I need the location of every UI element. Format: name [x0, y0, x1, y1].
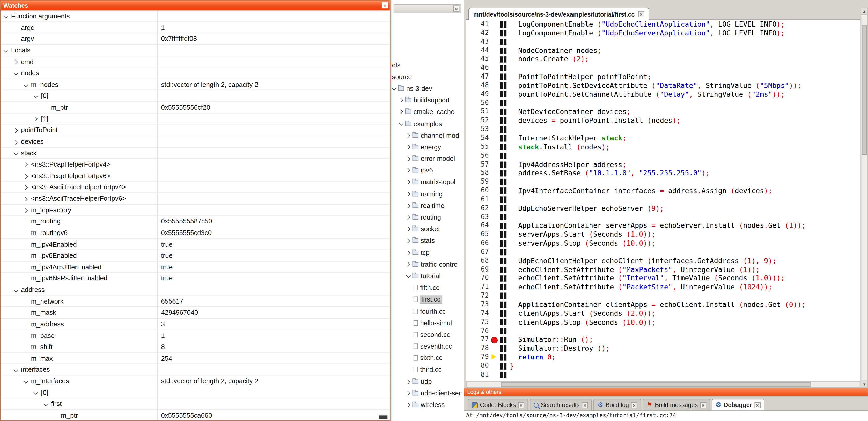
code-line[interactable]: 65 serverApps.Start (Seconds (1.0)); — [466, 230, 860, 239]
watch-row[interactable]: <ns3::AsciiTraceHelperForIpv6> — [1, 193, 390, 204]
projects-panel-header[interactable] — [394, 4, 461, 13]
editor-tab[interactable]: mnt/dev/tools/source/ns-3-dev/examples/t… — [468, 8, 649, 20]
watch-row[interactable]: first — [1, 398, 390, 410]
expander-icon[interactable] — [399, 121, 403, 126]
watch-row[interactable]: Function arguments — [1, 10, 390, 22]
code-line[interactable]: 48 pointToPoint.SetDeviceAttribute ("Dat… — [466, 81, 860, 90]
code-line[interactable]: 72 — [466, 292, 860, 300]
expander-icon[interactable] — [406, 168, 410, 173]
close-icon[interactable] — [454, 5, 460, 12]
expander-icon[interactable] — [13, 128, 18, 133]
watch-row[interactable]: m_mask4294967040 — [1, 307, 390, 319]
code-line[interactable]: 64 ApplicationContainer serverApps = ech… — [466, 221, 860, 230]
close-icon[interactable] — [582, 402, 588, 408]
tree-item[interactable]: channel-mod — [391, 130, 464, 141]
expander-icon[interactable] — [406, 180, 410, 185]
tree-item[interactable]: first.cc — [391, 293, 464, 305]
expander-icon[interactable] — [406, 391, 410, 395]
code-line[interactable]: 58 address.SetBase ("10.1.1.0", "255.255… — [466, 169, 860, 177]
log-tab-build-log[interactable]: Build log — [593, 399, 641, 411]
code-line[interactable]: 41 LogComponentEnable ("UdpEchoClientApp… — [466, 20, 860, 29]
tree-item[interactable]: hello-simul — [391, 317, 464, 329]
tree-item[interactable]: routing — [391, 212, 464, 223]
tree-item[interactable]: traffic-contro — [391, 258, 464, 270]
log-tab-build-messages[interactable]: Build messages — [643, 399, 710, 411]
code-line[interactable]: 49 pointToPoint.SetChannelAttribute ("De… — [466, 90, 860, 99]
tree-item[interactable]: fourth.cc — [391, 305, 464, 317]
tree-item[interactable]: udp-client-ser — [391, 387, 464, 399]
watch-row[interactable]: [0] — [1, 387, 390, 398]
watch-row[interactable]: m_routing0x555555587c50 — [1, 216, 390, 227]
code-editor[interactable]: 41 LogComponentEnable ("UdpEchoClientApp… — [466, 20, 860, 381]
tree-item[interactable]: seventh.cc — [391, 341, 464, 352]
expander-icon[interactable] — [406, 192, 410, 196]
code-line[interactable]: 68 UdpEchoClientHelper echoClient (inter… — [466, 257, 860, 265]
log-tab-code-blocks[interactable]: Code::Blocks — [468, 399, 528, 411]
code-line[interactable]: 79 return 0; — [466, 353, 860, 362]
watch-row[interactable]: [0] — [1, 90, 390, 102]
code-line[interactable]: 47 PointToPointHelper pointToPoint; — [466, 72, 860, 81]
watch-row[interactable]: argc1 — [1, 22, 390, 33]
code-line[interactable]: 44 NodeContainer nodes; — [466, 46, 860, 55]
tree-item[interactable]: buildsupport — [391, 94, 464, 106]
expander-icon[interactable] — [13, 140, 18, 144]
expander-icon[interactable] — [4, 14, 8, 19]
code-line[interactable]: 62 UdpEchoServerHelper echoServer (9); — [466, 204, 860, 213]
watch-row[interactable]: Locals — [1, 45, 390, 56]
tree-item[interactable]: ns-3-dev — [391, 83, 464, 94]
code-line[interactable]: 80} — [466, 362, 860, 370]
watch-row[interactable]: m_address3 — [1, 319, 390, 330]
expander-icon[interactable] — [43, 401, 48, 406]
editor-vertical-scrollbar[interactable] — [861, 8, 868, 388]
expander-icon[interactable] — [13, 367, 18, 372]
scrollbar-thumb[interactable] — [501, 382, 811, 387]
tree-item[interactable]: stats — [391, 235, 464, 247]
tree-item[interactable]: fifth.cc — [391, 282, 464, 293]
code-line[interactable]: 69 echoClient.SetAttribute ("MaxPackets"… — [466, 265, 860, 274]
code-line[interactable]: 52 devices = pointToPoint.Install (nodes… — [466, 117, 860, 125]
code-line[interactable]: 42 LogComponentEnable ("UdpEchoServerApp… — [466, 29, 860, 37]
expander-icon[interactable] — [24, 82, 28, 87]
expander-icon[interactable] — [406, 379, 410, 384]
breakpoint-icon[interactable] — [490, 335, 499, 344]
expander-icon[interactable] — [23, 174, 28, 179]
watches-resize-grip[interactable] — [379, 415, 388, 419]
code-line[interactable]: 53 — [466, 125, 860, 134]
tree-item[interactable]: realtime — [391, 200, 464, 212]
watch-row[interactable]: m_ipv6NsRsJitterEnabledtrue — [1, 273, 390, 284]
watch-row[interactable]: devices — [1, 136, 390, 148]
expander-icon[interactable] — [399, 110, 403, 114]
tree-item[interactable]: error-model — [391, 153, 464, 164]
watch-row[interactable]: m_base1 — [1, 330, 390, 342]
code-line[interactable]: 76 — [466, 327, 860, 335]
expander-icon[interactable] — [399, 98, 403, 102]
tree-item[interactable]: tcp — [391, 247, 464, 258]
scroll-down-arrow-icon[interactable] — [861, 381, 867, 387]
tree-item[interactable]: third.cc — [391, 364, 464, 376]
watch-row[interactable]: m_ptr0x5555555ca660 — [1, 410, 390, 420]
code-line[interactable]: 74 clientApps.Start (Seconds (2.0)); — [466, 309, 860, 318]
editor-horizontal-scrollbar[interactable] — [466, 381, 860, 388]
watch-row[interactable]: argv0x7fffffffdf08 — [1, 33, 390, 45]
tree-item[interactable]: matrix-topol — [391, 176, 464, 188]
watch-row[interactable]: address — [1, 284, 390, 296]
watch-row[interactable]: m_ipv6Enabledtrue — [1, 250, 390, 261]
log-tab-search-results[interactable]: Search results — [530, 399, 592, 411]
expander-icon[interactable] — [13, 151, 18, 155]
watch-row[interactable]: m_ipv4Enabledtrue — [1, 239, 390, 250]
code-line[interactable]: 46 — [466, 64, 860, 72]
expander-icon[interactable] — [13, 288, 18, 292]
watch-row[interactable]: stack — [1, 148, 390, 159]
watch-row[interactable]: m_ipv4ArpJitterEnabledtrue — [1, 261, 390, 273]
tree-item[interactable]: source — [391, 71, 464, 83]
code-line[interactable]: 45 nodes.Create (2); — [466, 55, 860, 64]
watch-row[interactable]: m_shift8 — [1, 342, 390, 353]
expander-icon[interactable] — [406, 215, 410, 220]
watch-row[interactable]: m_routingv60x5555555cd3c0 — [1, 227, 390, 239]
watch-row[interactable]: m_ptr0x55555556cf20 — [1, 102, 390, 113]
expander-icon[interactable] — [23, 197, 28, 201]
expander-icon[interactable] — [406, 227, 410, 231]
watch-row[interactable]: m_max254 — [1, 353, 390, 364]
log-tab-debugger[interactable]: Debugger — [712, 399, 764, 411]
expander-icon[interactable] — [406, 402, 410, 407]
